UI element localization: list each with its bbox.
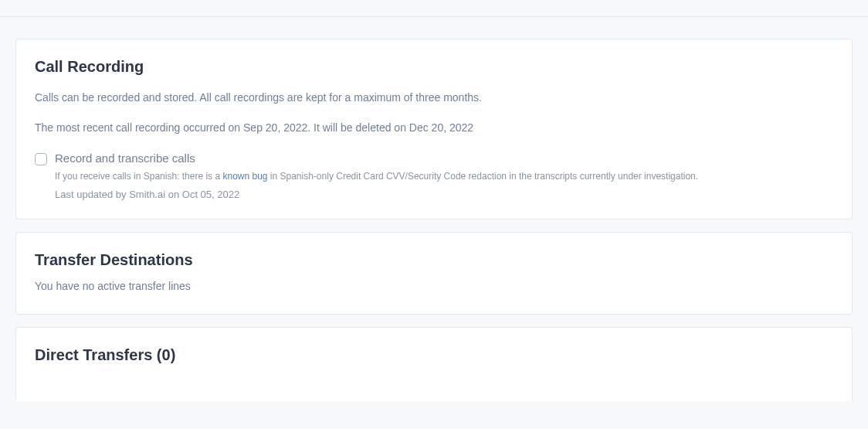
helper-prefix: If you receive calls in Spanish: there i… <box>55 171 222 182</box>
record-transcribe-label: Record and transcribe calls <box>55 152 833 165</box>
call-recording-description: Calls can be recorded and stored. All ca… <box>35 90 833 106</box>
page-container: Call Recording Calls can be recorded and… <box>0 17 868 417</box>
helper-text: If you receive calls in Spanish: there i… <box>55 169 833 184</box>
checkbox-content: Record and transcribe calls If you recei… <box>55 152 833 200</box>
direct-transfers-title: Direct Transfers (0) <box>35 346 833 364</box>
call-recording-title: Call Recording <box>35 58 833 76</box>
helper-suffix: in Spanish-only Credit Card CVV/Security… <box>268 171 699 182</box>
direct-transfers-card: Direct Transfers (0) <box>15 327 853 401</box>
call-recording-card: Call Recording Calls can be recorded and… <box>15 39 853 220</box>
no-transfer-lines-text: You have no active transfer lines <box>35 280 833 292</box>
transfer-destinations-card: Transfer Destinations You have no active… <box>15 232 853 315</box>
call-recording-status: The most recent call recording occurred … <box>35 120 833 136</box>
record-transcribe-checkbox[interactable] <box>35 153 47 165</box>
known-bug-link[interactable]: known bug <box>222 171 267 182</box>
transfer-destinations-title: Transfer Destinations <box>35 251 833 269</box>
last-updated-text: Last updated by Smith.ai on Oct 05, 2022 <box>55 189 833 200</box>
record-transcribe-row: Record and transcribe calls If you recei… <box>35 152 833 200</box>
